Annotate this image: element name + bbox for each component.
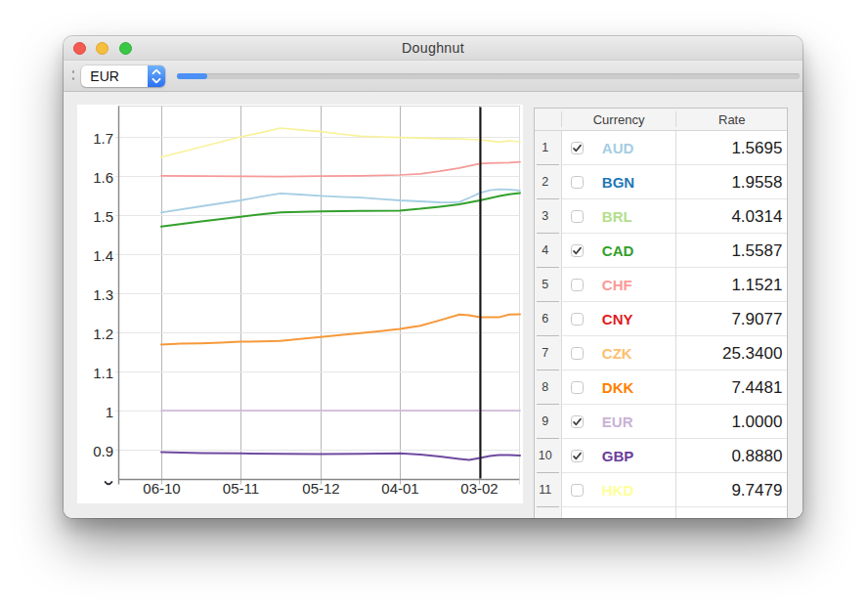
svg-text:05-12: 05-12 <box>302 480 339 497</box>
svg-text:1: 1 <box>106 404 113 420</box>
svg-text:06-10: 06-10 <box>143 480 180 497</box>
svg-text:1.2: 1.2 <box>93 326 113 342</box>
svg-text:1.7: 1.7 <box>93 130 113 147</box>
svg-text:1.6: 1.6 <box>93 169 113 186</box>
svg-text:1.5: 1.5 <box>93 208 113 225</box>
svg-text:1.3: 1.3 <box>93 286 113 303</box>
svg-text:05-11: 05-11 <box>223 480 259 497</box>
svg-text:04-01: 04-01 <box>381 480 418 497</box>
svg-text:1.4: 1.4 <box>93 247 113 264</box>
svg-text:03-02: 03-02 <box>460 480 498 497</box>
svg-text:0.9: 0.9 <box>93 443 113 459</box>
svg-text:1.1: 1.1 <box>93 365 113 381</box>
